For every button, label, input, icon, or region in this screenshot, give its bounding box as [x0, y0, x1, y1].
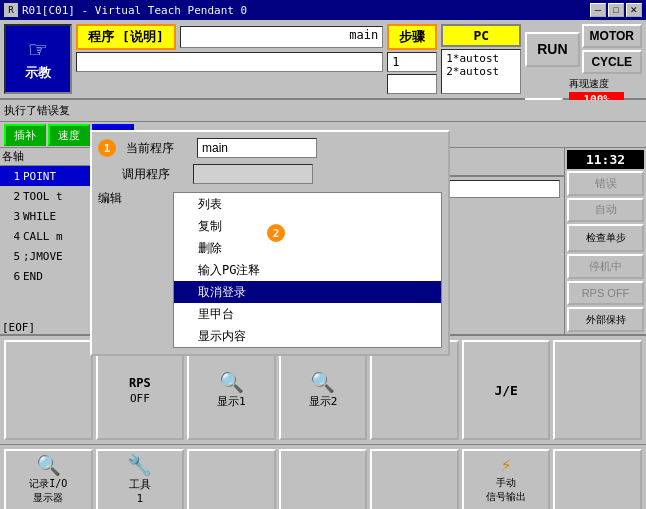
context-menu: 1 当前程序 调用程序 编辑 列表复制删除输入PG注释取消登录里甲台显示内容 2: [90, 130, 450, 356]
toolbar2-button-5[interactable]: ⚡手动信号输出: [462, 449, 551, 509]
close-button[interactable]: ✕: [626, 3, 642, 17]
replay-speed-label: 再现速度: [569, 77, 624, 91]
status-bar: 执行了错误复: [0, 100, 646, 122]
menu-item[interactable]: 复制: [174, 215, 441, 237]
error-button[interactable]: 错误: [567, 171, 644, 196]
line-number: 1: [2, 170, 20, 183]
menu-item[interactable]: 里甲台: [174, 303, 441, 325]
called-program-row: 调用程序: [98, 164, 442, 184]
code-header: 各轴: [0, 148, 99, 166]
pc-line1: 1*autost: [446, 52, 516, 65]
toolbar2-button-4: [370, 449, 459, 509]
program-area: 程序 [说明] main: [76, 24, 383, 94]
circle-1: 1: [98, 139, 116, 157]
pc-line2: 2*autost: [446, 65, 516, 78]
edit-label-col: 编辑: [98, 190, 163, 348]
menu-item[interactable]: 显示内容: [174, 325, 441, 347]
line-code: ;JMOVE: [23, 250, 63, 263]
run-button[interactable]: RUN: [525, 32, 579, 67]
motor-button[interactable]: MOTOR: [582, 24, 642, 48]
line-number: 5: [2, 250, 20, 263]
check-step-button[interactable]: 检查单步: [567, 224, 644, 252]
step-area: 步骤 1: [387, 24, 437, 94]
toolbar-button-0: [4, 340, 93, 440]
teach-label: 示教: [25, 64, 51, 82]
code-line[interactable]: 3WHILE: [0, 206, 99, 226]
line-number: 2: [2, 190, 20, 203]
program-value[interactable]: main: [180, 26, 383, 48]
called-program-input[interactable]: [193, 164, 313, 184]
title-bar: R R01[C01] - Virtual Teach Pendant 0 ─ □…: [0, 0, 646, 20]
tool-icon: 🔍: [219, 372, 244, 392]
line-number: 3: [2, 210, 20, 223]
pc-label: PC: [441, 24, 521, 47]
code-line[interactable]: 6END: [0, 266, 99, 286]
menu-item[interactable]: 取消登录: [174, 281, 441, 303]
menu-item[interactable]: 输入PG注释: [174, 259, 441, 281]
line-code: POINT: [23, 170, 56, 183]
maximize-button[interactable]: □: [608, 3, 624, 17]
code-list: 1POINT2TOOL t3WHILE4CALL m5;JMOVE6END: [0, 166, 99, 321]
control-buttons: RUN MOTOR CYCLE 辅助 再现速度 100% 手动速度 2.: [525, 24, 642, 94]
external-hold-button[interactable]: 外部保持: [567, 307, 644, 332]
tool-label: 手动信号输出: [486, 476, 526, 504]
interpolate-button[interactable]: 插补: [4, 124, 46, 146]
dropdown-container: 列表复制删除输入PG注释取消登录里甲台显示内容: [173, 190, 442, 348]
window-title: R01[C01] - Virtual Teach Pendant 0: [22, 4, 247, 17]
code-panel: 各轴 1POINT2TOOL t3WHILE4CALL m5;JMOVE6END…: [0, 148, 100, 334]
auto-button[interactable]: 自动: [567, 198, 644, 223]
tool-label: J/E: [494, 383, 517, 398]
toolbar-button-6: [553, 340, 642, 440]
tool-icon: 🔍: [36, 455, 61, 475]
toolbar2-button-1[interactable]: 🔧工具1: [96, 449, 185, 509]
tool-icon: 🔧: [127, 455, 152, 475]
step-sub-value: [387, 74, 437, 94]
tool-label: 显示1: [217, 394, 246, 409]
code-header-label: 各轴: [2, 149, 24, 164]
menu-item[interactable]: 删除: [174, 237, 441, 259]
program-label: 程序 [说明]: [76, 24, 176, 50]
line-number: 6: [2, 270, 20, 283]
line-code: TOOL t: [23, 190, 63, 203]
right-panel: 11:32 错误 自动 检查单步 停机中 RPS OFF 外部保持: [564, 148, 646, 334]
speed-button[interactable]: 速度: [48, 124, 90, 146]
tool-label: 工具1: [129, 477, 151, 505]
current-program-row: 1 当前程序: [98, 138, 442, 158]
current-program-label: 当前程序: [126, 140, 191, 157]
code-line[interactable]: 5;JMOVE: [0, 246, 99, 266]
line-code: END: [23, 270, 43, 283]
edit-label: 编辑: [98, 190, 163, 207]
window-controls: ─ □ ✕: [590, 3, 642, 17]
dropdown-list: 列表复制删除输入PG注释取消登录里甲台显示内容: [173, 192, 442, 348]
time-display: 11:32: [567, 150, 644, 169]
minimize-button[interactable]: ─: [590, 3, 606, 17]
edit-section: 编辑 列表复制删除输入PG注释取消登录里甲台显示内容: [98, 190, 442, 348]
toolbar2-button-0[interactable]: 🔍记录I/O显示器: [4, 449, 93, 509]
code-line[interactable]: 1POINT: [0, 166, 99, 186]
called-program-label: 调用程序: [122, 166, 187, 183]
toolbar2-button-6: [553, 449, 642, 509]
toolbar2-button-2: [187, 449, 276, 509]
eof-marker: [EOF]: [0, 321, 99, 334]
menu-item[interactable]: 列表: [174, 193, 441, 215]
cycle-button[interactable]: CYCLE: [582, 50, 642, 74]
step-label: 步骤: [387, 24, 437, 50]
tool-label: 显示2: [309, 394, 338, 409]
code-line[interactable]: 2TOOL t: [0, 186, 99, 206]
program-sub-value[interactable]: [76, 52, 383, 72]
tool-icon: ⚡: [501, 456, 512, 474]
tool-icon: 🔍: [310, 372, 335, 392]
line-number: 4: [2, 230, 20, 243]
hand-icon: ☞: [30, 36, 47, 64]
step-value: 1: [387, 52, 437, 72]
offline-button[interactable]: 停机中: [567, 254, 644, 279]
toolbar-button-5[interactable]: J/E: [462, 340, 551, 440]
current-program-input[interactable]: [197, 138, 317, 158]
toolbar2-button-3: [279, 449, 368, 509]
teach-panel: ☞ 示教: [4, 24, 72, 94]
code-line[interactable]: 4CALL m: [0, 226, 99, 246]
rps-off-button[interactable]: RPS OFF: [567, 281, 644, 306]
status-text: 执行了错误复: [4, 103, 70, 118]
line-code: CALL m: [23, 230, 63, 243]
pc-area: PC 1*autost 2*autost: [441, 24, 521, 94]
